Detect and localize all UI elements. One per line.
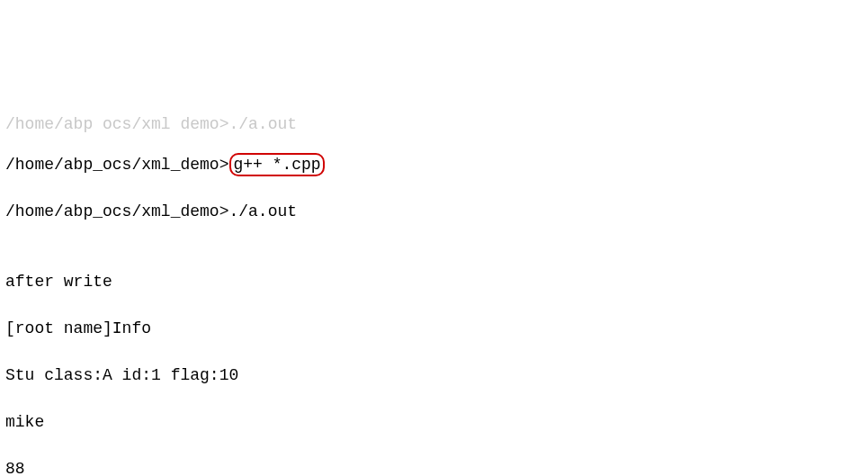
line-num1: 88 (5, 457, 863, 476)
terminal-output: /home/abp ocs/xml demo>./a.out /home/abp… (5, 95, 863, 476)
line-root-name: [root name]Info (5, 317, 863, 340)
line-after-write: after write (5, 270, 863, 293)
partial-previous-line: /home/abp ocs/xml demo>./a.out (5, 119, 863, 130)
line-run: /home/abp_ocs/xml_demo>./a.out (5, 200, 863, 223)
highlighted-command: g++ *.cpp (229, 153, 324, 176)
line-name1: mike (5, 410, 863, 434)
line-compile: /home/abp_ocs/xml_demo>g++ *.cpp (5, 153, 863, 176)
line-stu1: Stu class:A id:1 flag:10 (5, 364, 863, 387)
prompt: /home/abp_ocs/xml_demo> (5, 156, 228, 174)
